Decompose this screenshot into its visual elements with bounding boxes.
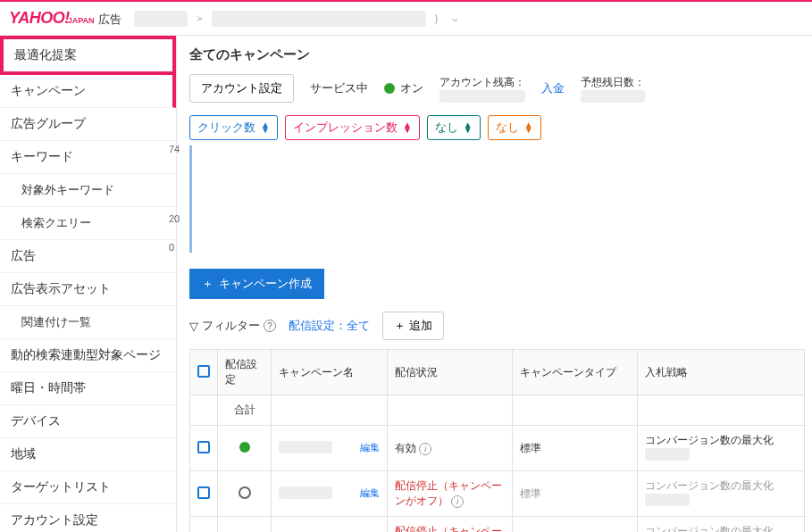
col-camp-type[interactable]: キャンペーンタイプ [513,350,638,395]
logo-ad: 広告 [98,12,121,28]
status-off-icon [239,486,251,499]
breadcrumb-campaign[interactable] [212,11,426,27]
edit-link[interactable]: 編集 [360,486,380,500]
campaign-name[interactable] [279,441,332,453]
logo-yahoo: YAHOO! [9,9,70,28]
account-settings-button[interactable]: アカウント設定 [189,74,294,103]
status-dot-icon [384,83,395,94]
create-campaign-label: キャンペーン作成 [219,276,312,292]
sidebar-item-12[interactable]: 地域 [0,438,176,471]
sidebar: 最適化提案キャンペーン広告グループキーワード対象外キーワード検索クエリー広告広告… [0,36,177,532]
filter-label: フィルター [202,318,260,334]
page-title: 全てのキャンペーン [189,46,805,63]
sort-icon: ▲▼ [524,122,533,133]
metric-selector-0[interactable]: クリック数▲▼ [189,115,278,140]
breadcrumb: ＞ ） ⌵ [134,11,458,27]
sidebar-item-7[interactable]: 広告表示アセット [0,273,176,306]
info-icon[interactable]: i [451,495,464,508]
status-on-icon [239,442,250,453]
col-bid-strategy[interactable]: 入札戦略 [638,350,805,395]
row-checkbox[interactable] [197,486,210,499]
sidebar-item-5[interactable]: 検索クエリー [0,207,176,240]
sort-icon: ▲▼ [261,122,270,133]
chart-tick: 0 [169,242,174,253]
sidebar-item-6[interactable]: 広告 [0,240,176,273]
sidebar-item-4[interactable]: 対象外キーワード [0,174,176,207]
info-icon[interactable]: i [419,443,431,455]
breadcrumb-account[interactable] [134,11,188,27]
remaining-days-label: 予想残日数： [581,75,645,90]
campaign-table: 配信設定 キャンペーン名 配信状況 キャンペーンタイプ 入札戦略 合計 編集有効… [189,349,805,532]
sidebar-item-1[interactable]: キャンペーン [0,75,176,108]
table-row: 編集配信停止（キャンペーンがオフ） i標準コンバージョン数の最大化 [190,471,805,517]
bid-strategy: コンバージョン数の最大化 [638,517,805,533]
plus-icon: ＋ [202,276,213,292]
help-icon[interactable]: ? [264,320,276,332]
select-all-checkbox[interactable] [197,365,210,378]
metric-selector-3[interactable]: なし▲▼ [488,115,541,140]
funnel-icon: ▽ [189,320,198,333]
sidebar-item-3[interactable]: キーワード [0,141,176,174]
chart-area: 74 20 0 [189,145,805,253]
balance-label: アカウント残高： [439,75,525,90]
logo[interactable]: YAHOO! JAPAN 広告 [9,9,121,28]
sidebar-item-2[interactable]: 広告グループ [0,108,176,141]
chart-tick: 20 [169,213,180,224]
filter-toolbar: ▽ フィルター ? 配信設定：全て ＋ 追加 [189,312,805,340]
metric-selector-1[interactable]: インプレッション数▲▼ [285,115,420,140]
create-campaign-button[interactable]: ＋ キャンペーン作成 [189,269,324,299]
campaign-type: 標準 [513,517,638,533]
on-label: オン [400,80,423,96]
bid-strategy: コンバージョン数の最大化 [638,471,805,517]
sidebar-item-0[interactable]: 最適化提案 [0,36,176,75]
total-label: 合計 [218,395,272,426]
row-checkbox[interactable] [197,441,210,453]
breadcrumb-paren: ） [433,11,445,27]
table-row: 編集配信停止（キャンペーンがオフ） i標準コンバージョン数の最大化 [190,517,805,533]
chevron-right-icon: ＞ [195,12,205,25]
sidebar-item-9[interactable]: 動的検索連動型対象ページ [0,339,176,372]
plus-icon: ＋ [394,318,406,334]
col-dist-setting[interactable]: 配信設定 [218,350,272,395]
account-status-row: アカウント設定 サービス中 オン アカウント残高： 入金 予想残日数： [189,74,805,103]
balance-value [439,90,525,103]
table-row: 編集有効 i標準コンバージョン数の最大化 [190,426,805,471]
distribution-filter-link[interactable]: 配信設定：全て [289,318,370,334]
sidebar-item-13[interactable]: ターゲットリスト [0,471,176,504]
deposit-link[interactable]: 入金 [541,80,565,96]
main-content: 全てのキャンペーン アカウント設定 サービス中 オン アカウント残高： 入金 予… [177,36,812,532]
edit-link[interactable]: 編集 [360,441,380,454]
sidebar-item-11[interactable]: デバイス [0,405,176,438]
topbar: YAHOO! JAPAN 広告 ＞ ） ⌵ [0,0,812,36]
service-status-label: サービス中 [310,80,368,96]
campaign-type: 標準 [513,426,638,471]
sort-icon: ▲▼ [464,122,473,133]
dist-status: 有効 [395,442,416,454]
sidebar-item-14[interactable]: アカウント設定 [0,504,176,532]
col-camp-name[interactable]: キャンペーン名 [272,350,388,395]
add-label: 追加 [409,318,432,334]
sidebar-item-10[interactable]: 曜日・時間帯 [0,372,176,405]
dist-status: 配信停止（キャンペーンがオフ） [395,479,502,507]
campaign-type: 標準 [513,471,638,517]
col-dist-status[interactable]: 配信状況 [388,350,513,395]
add-filter-button[interactable]: ＋ 追加 [382,312,444,340]
chart-tick: 74 [169,144,180,154]
metric-selectors: クリック数▲▼インプレッション数▲▼なし▲▼なし▲▼ [189,115,805,140]
remaining-days-value [581,90,645,103]
chevron-down-icon[interactable]: ⌵ [452,12,458,24]
logo-japan: JAPAN [68,16,95,25]
metric-selector-2[interactable]: なし▲▼ [427,115,481,140]
dist-status: 配信停止（キャンペーンがオフ） [395,525,502,532]
campaign-name[interactable] [279,486,332,499]
sort-icon: ▲▼ [403,122,412,133]
sidebar-item-8[interactable]: 関連付け一覧 [0,306,176,339]
bid-strategy: コンバージョン数の最大化 [638,426,805,471]
